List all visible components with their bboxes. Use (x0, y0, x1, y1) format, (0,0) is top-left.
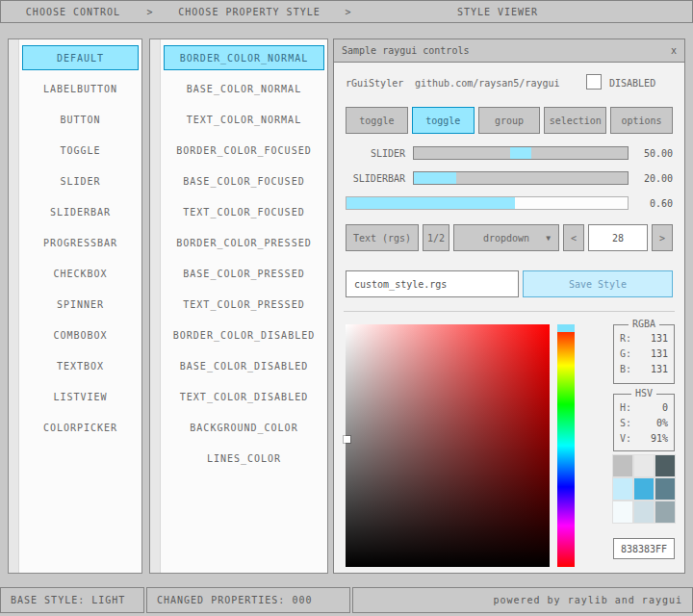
spinner-decrement-button[interactable]: < (563, 224, 584, 251)
spinner-increment-button[interactable]: > (652, 224, 673, 251)
sliderbar-label: SLIDERBAR (346, 173, 405, 184)
control-list-item[interactable]: LISTVIEW (22, 384, 139, 409)
dropdown-select[interactable]: dropdown ▼ (453, 224, 559, 251)
toggle-button[interactable]: selection (544, 107, 606, 134)
control-list-item[interactable]: SLIDERBAR (22, 199, 139, 224)
status-powered-by: powered by raylib and raygui (352, 587, 693, 613)
property-list-item[interactable]: BASE_COLOR_PRESSED (164, 261, 324, 286)
control-list-item[interactable]: COMBOBOX (22, 322, 139, 347)
toggle-button[interactable]: group (478, 107, 541, 134)
slider-label: SLIDER (346, 148, 405, 159)
property-list-item[interactable]: BASE_COLOR_DISABLED (164, 353, 324, 378)
rgba-groupbox-title: RGBA (629, 319, 659, 329)
control-list-item[interactable]: TOGGLE (22, 138, 139, 163)
controls-list-items: DEFAULT LABELBUTTON BUTTON TOGGLE SLIDER… (22, 45, 139, 446)
hex-color-input[interactable]: 838383FF (613, 538, 675, 559)
r-label: R: (620, 333, 631, 348)
repo-link[interactable]: github.com/raysan5/raygui (415, 78, 560, 89)
b-value: 131 (651, 364, 668, 379)
file-row: custom_style.rgs Save Style (346, 270, 673, 297)
style-color-swatch-grid (613, 455, 675, 523)
property-list-item[interactable]: BASE_COLOR_NORMAL (164, 76, 324, 101)
hsv-groupbox: HSV H: 0 S: 0% V: 91% (613, 394, 675, 451)
control-list-item[interactable]: SPINNER (22, 292, 139, 317)
property-list-item[interactable]: BORDER_COLOR_NORMAL (164, 45, 324, 70)
h-label: H: (620, 402, 631, 418)
property-list-item[interactable]: BORDER_COLOR_PRESSED (164, 230, 324, 255)
hue-bar-selector[interactable] (557, 324, 575, 332)
property-list-item[interactable]: TEXT_COLOR_NORMAL (164, 107, 324, 132)
controls-row: Text (rgs) 1/2 dropdown ▼ < 28 > (346, 224, 673, 251)
half-button[interactable]: 1/2 (423, 224, 449, 251)
property-list-item[interactable]: TEXT_COLOR_PRESSED (164, 292, 324, 317)
g-label: G: (620, 348, 631, 364)
toggle-button-active[interactable]: toggle (412, 107, 475, 134)
progressbar-fill (346, 197, 515, 209)
dropdown-selected-label: dropdown (483, 233, 529, 244)
property-list-item[interactable]: BACKGROUND_COLOR (164, 415, 324, 440)
control-list-item[interactable]: TEXTBOX (22, 353, 139, 378)
rgba-groupbox: RGBA R: 131 G: 131 B: 131 (613, 324, 675, 384)
control-list-item[interactable]: BUTTON (22, 107, 139, 132)
disabled-checkbox[interactable] (586, 74, 602, 90)
style-filename-input[interactable]: custom_style.rgs (346, 270, 519, 297)
hsv-groupbox-title: HSV (631, 388, 656, 398)
sliderbar-row: SLIDERBAR 20.00 (346, 170, 673, 186)
v-value: 91% (651, 433, 668, 449)
control-list-item[interactable]: SLIDER (22, 168, 139, 193)
property-list-item[interactable]: LINES_COLOR (164, 446, 324, 471)
chevron-down-icon: ▼ (546, 234, 551, 243)
slider-track[interactable] (413, 146, 629, 160)
slider-handle[interactable] (510, 147, 531, 159)
step-style-viewer-label: STYLE VIEWER (457, 7, 538, 17)
controls-list-scrollbar[interactable] (9, 39, 19, 573)
toggle-button[interactable]: toggle (346, 107, 408, 134)
properties-list-scrollbar[interactable] (150, 39, 161, 573)
color-swatch (634, 455, 654, 476)
property-list-item[interactable]: TEXT_COLOR_FOCUSED (164, 199, 324, 224)
rguistyler-app: CHOOSE CONTROL > CHOOSE PROPERTY STYLE >… (0, 0, 693, 616)
color-picker-marker[interactable] (344, 436, 350, 443)
text-rgs-button[interactable]: Text (rgs) (346, 224, 419, 251)
toggle-group: toggle toggle group selection options (346, 107, 673, 134)
color-swatch (655, 501, 675, 523)
hsv-row-h: H: 0 (620, 402, 668, 418)
control-list-item[interactable]: DEFAULT (22, 45, 139, 70)
property-list-item[interactable]: BORDER_COLOR_FOCUSED (164, 138, 324, 163)
control-list-item[interactable]: PROGRESSBAR (22, 230, 139, 255)
color-swatch (613, 455, 632, 476)
chevron-right-icon: > (145, 7, 155, 17)
window-title: Sample raygui controls (342, 45, 469, 56)
property-list-item[interactable]: BORDER_COLOR_DISABLED (164, 322, 324, 347)
window-titlebar[interactable]: Sample raygui controls x (334, 39, 684, 63)
progressbar-row: 0.60 (346, 195, 673, 211)
color-picker-saturation-value-panel[interactable] (346, 324, 550, 567)
chevron-right-icon: > (344, 7, 353, 17)
spinner-value-box[interactable]: 28 (588, 224, 648, 251)
control-list-item[interactable]: COLORPICKER (22, 415, 139, 440)
status-powered-by-label: powered by raylib and raygui (493, 595, 682, 605)
r-value: 131 (651, 333, 668, 348)
toggle-button[interactable]: options (610, 107, 673, 134)
status-base-style: BASE STYLE: LIGHT (0, 587, 144, 613)
status-changed-properties-label: CHANGED PROPERTIES: 000 (157, 595, 312, 605)
control-list-item[interactable]: LABELBUTTON (22, 76, 139, 101)
v-label: V: (620, 433, 631, 449)
sliderbar-fill (414, 172, 456, 184)
step-choose-control-label: CHOOSE CONTROL (26, 7, 120, 17)
color-picker-hue-bar[interactable] (557, 324, 575, 567)
progressbar-value: 0.60 (634, 198, 673, 209)
property-list-item[interactable]: BASE_COLOR_FOCUSED (164, 168, 324, 193)
color-swatch (634, 501, 654, 523)
color-swatch (613, 478, 632, 500)
divider (344, 311, 675, 312)
disabled-checkbox-label: DISABLED (609, 78, 655, 89)
control-list-item[interactable]: CHECKBOX (22, 261, 139, 286)
sliderbar-track[interactable] (413, 171, 629, 185)
close-icon[interactable]: x (671, 45, 677, 56)
save-style-button[interactable]: Save Style (523, 270, 673, 297)
property-list-item[interactable]: TEXT_COLOR_DISABLED (164, 384, 324, 409)
sliderbar-value: 20.00 (634, 173, 673, 184)
color-swatch (655, 478, 675, 500)
color-swatch (613, 501, 632, 523)
